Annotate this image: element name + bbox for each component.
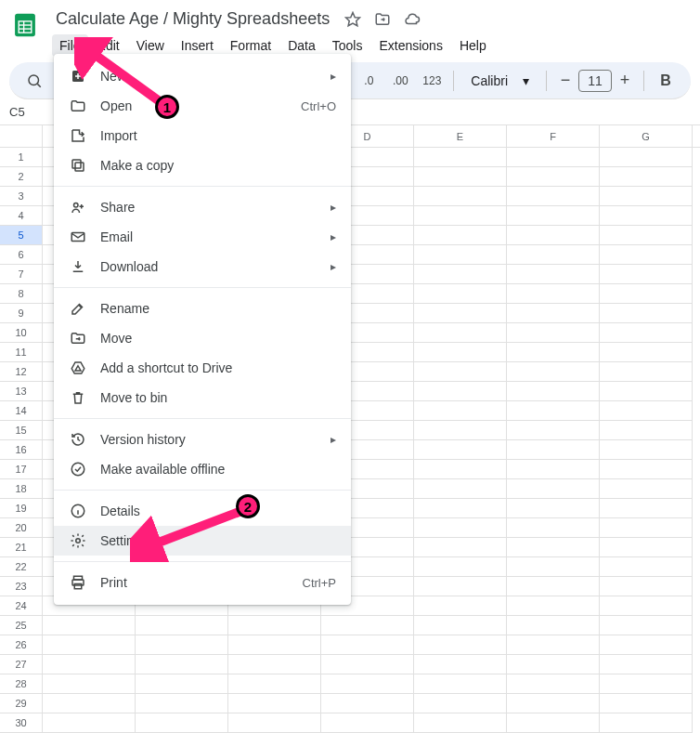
cell[interactable] bbox=[228, 713, 321, 733]
row-header[interactable]: 16 bbox=[0, 440, 43, 460]
cell[interactable] bbox=[321, 694, 414, 713]
cell[interactable] bbox=[321, 655, 414, 674]
cell[interactable] bbox=[414, 362, 507, 382]
cell[interactable] bbox=[600, 304, 693, 323]
cell[interactable] bbox=[507, 674, 600, 694]
cell[interactable] bbox=[321, 616, 414, 635]
cell[interactable] bbox=[414, 518, 507, 538]
cell[interactable] bbox=[507, 460, 600, 479]
row-header[interactable]: 13 bbox=[0, 382, 43, 401]
row-header[interactable]: 20 bbox=[0, 518, 43, 538]
cell[interactable] bbox=[414, 265, 507, 284]
cell[interactable] bbox=[600, 694, 693, 713]
row-header[interactable]: 3 bbox=[0, 187, 43, 206]
cell[interactable] bbox=[321, 674, 414, 694]
cell[interactable] bbox=[321, 713, 414, 733]
menu-help[interactable]: Help bbox=[452, 34, 494, 57]
cell[interactable] bbox=[600, 382, 693, 401]
row-header[interactable]: 29 bbox=[0, 694, 43, 713]
cell[interactable] bbox=[507, 323, 600, 343]
increase-decimal-button[interactable]: .00 bbox=[386, 67, 414, 95]
menu-share[interactable]: Share ▸ bbox=[54, 192, 351, 222]
menu-settings[interactable]: Settings bbox=[54, 526, 351, 556]
menu-print[interactable]: Print Ctrl+P bbox=[54, 568, 351, 597]
row-header[interactable]: 10 bbox=[0, 323, 43, 343]
cell[interactable] bbox=[414, 245, 507, 265]
cell[interactable] bbox=[228, 616, 321, 635]
row-header[interactable]: 21 bbox=[0, 538, 43, 557]
cell[interactable] bbox=[507, 401, 600, 421]
cell[interactable] bbox=[600, 518, 693, 538]
row-header[interactable]: 17 bbox=[0, 460, 43, 479]
cell[interactable] bbox=[600, 421, 693, 440]
sheets-logo[interactable] bbox=[11, 7, 43, 50]
row-header[interactable]: 9 bbox=[0, 304, 43, 323]
cell[interactable] bbox=[600, 362, 693, 382]
row-header[interactable]: 18 bbox=[0, 479, 43, 499]
cell[interactable] bbox=[507, 187, 600, 206]
more-formats-button[interactable]: 123 bbox=[418, 67, 446, 95]
cell[interactable] bbox=[507, 148, 600, 167]
menu-make-copy[interactable]: Make a copy bbox=[54, 151, 351, 180]
cell[interactable] bbox=[507, 362, 600, 382]
cloud-status-icon[interactable] bbox=[404, 11, 421, 28]
menu-email[interactable]: Email ▸ bbox=[54, 222, 351, 252]
cell[interactable] bbox=[414, 460, 507, 479]
cell[interactable] bbox=[507, 206, 600, 226]
row-header[interactable]: 12 bbox=[0, 362, 43, 382]
cell[interactable] bbox=[600, 148, 693, 167]
search-menus-icon[interactable] bbox=[20, 67, 48, 95]
cell[interactable] bbox=[43, 655, 136, 674]
cell[interactable] bbox=[507, 655, 600, 674]
cell[interactable] bbox=[600, 577, 693, 596]
cell[interactable] bbox=[600, 479, 693, 499]
move-folder-icon[interactable] bbox=[374, 11, 391, 28]
cell[interactable] bbox=[600, 343, 693, 362]
column-header[interactable]: G bbox=[600, 125, 693, 147]
cell[interactable] bbox=[414, 206, 507, 226]
menu-import[interactable]: Import bbox=[54, 121, 351, 151]
document-title[interactable]: Calculate Age / Mighty Spreadsheets bbox=[52, 7, 333, 31]
menu-move-to-bin[interactable]: Move to bin bbox=[54, 383, 351, 412]
cell[interactable] bbox=[600, 499, 693, 518]
row-header[interactable]: 23 bbox=[0, 577, 43, 596]
cell[interactable] bbox=[507, 421, 600, 440]
cell[interactable] bbox=[507, 616, 600, 635]
cell[interactable] bbox=[136, 655, 228, 674]
row-header[interactable]: 15 bbox=[0, 421, 43, 440]
cell[interactable] bbox=[507, 596, 600, 616]
cell[interactable] bbox=[414, 538, 507, 557]
column-header[interactable]: F bbox=[507, 125, 600, 147]
cell[interactable] bbox=[321, 635, 414, 655]
cell[interactable] bbox=[414, 557, 507, 577]
cell[interactable] bbox=[414, 440, 507, 460]
cell[interactable] bbox=[136, 694, 228, 713]
cell[interactable] bbox=[507, 694, 600, 713]
menu-rename[interactable]: Rename bbox=[54, 294, 351, 323]
cell[interactable] bbox=[43, 674, 136, 694]
cell[interactable] bbox=[600, 265, 693, 284]
cell[interactable] bbox=[414, 499, 507, 518]
cell[interactable] bbox=[43, 635, 136, 655]
cell[interactable] bbox=[507, 577, 600, 596]
row-header[interactable]: 22 bbox=[0, 557, 43, 577]
menu-offline[interactable]: Make available offline bbox=[54, 454, 351, 484]
row-header[interactable]: 26 bbox=[0, 635, 43, 655]
star-icon[interactable] bbox=[344, 11, 361, 28]
cell[interactable] bbox=[414, 382, 507, 401]
cell[interactable] bbox=[600, 674, 693, 694]
cell[interactable] bbox=[414, 655, 507, 674]
cell[interactable] bbox=[507, 518, 600, 538]
cell[interactable] bbox=[414, 635, 507, 655]
row-header[interactable]: 1 bbox=[0, 148, 43, 167]
row-header[interactable]: 7 bbox=[0, 265, 43, 284]
cell[interactable] bbox=[507, 304, 600, 323]
cell[interactable] bbox=[600, 460, 693, 479]
cell[interactable] bbox=[600, 557, 693, 577]
cell[interactable] bbox=[600, 323, 693, 343]
cell[interactable] bbox=[507, 265, 600, 284]
menu-details[interactable]: Details bbox=[54, 496, 351, 526]
cell[interactable] bbox=[414, 616, 507, 635]
cell[interactable] bbox=[228, 694, 321, 713]
row-header[interactable]: 28 bbox=[0, 674, 43, 694]
